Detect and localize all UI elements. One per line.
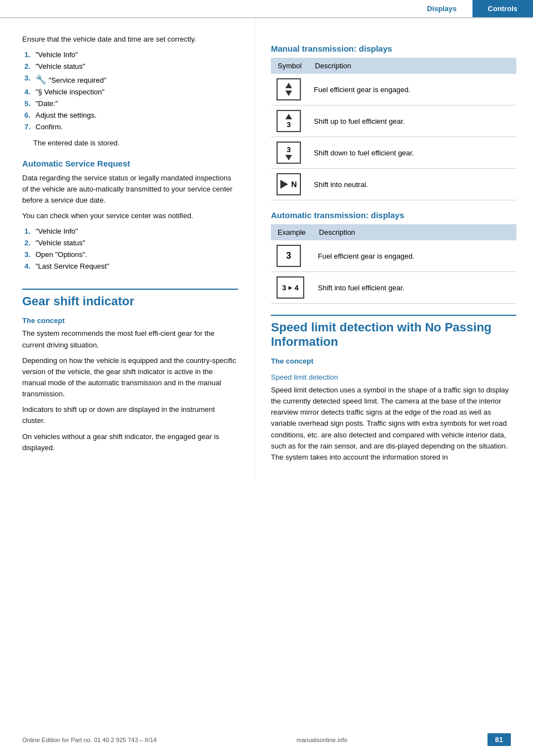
gear-number-to: 4 <box>294 284 298 292</box>
neutral-n-label: N <box>291 180 296 189</box>
list-item: 3. 🔧 "Service required" <box>24 73 238 87</box>
desc-cell: Fuel efficient gear is engaged. <box>313 240 516 272</box>
list-num: 6. <box>24 110 32 122</box>
table-row: Fuel efficient gear is engaged. <box>271 74 516 105</box>
auto-service-p1: Data regarding the service status or leg… <box>22 173 238 206</box>
list-item: 4. "§ Vehicle inspection" <box>24 87 238 98</box>
speed-p1: Speed limit detection uses a symbol in t… <box>271 385 516 463</box>
gear-shift-title: Gear shift indicator <box>22 289 238 309</box>
symbol-cell: N <box>271 169 308 200</box>
col-desc: Description <box>313 224 516 240</box>
play-icon <box>280 180 288 189</box>
table-row: N Shift into neutral. <box>271 169 516 200</box>
list-text: "Vehicle status" <box>36 238 85 249</box>
confirm-note: The entered date is stored. <box>33 138 238 149</box>
list-text: Open "Options". <box>36 249 87 261</box>
desc-cell: Shift down to fuel efficient gear. <box>308 137 516 169</box>
speed-sub-title: Speed limit detection <box>271 373 516 381</box>
arrow-down-icon <box>285 90 292 96</box>
list-num: 3. <box>24 73 32 87</box>
table-row: 3 Shift up to fuel efficient gear. <box>271 105 516 137</box>
list-item: 6. Adjust the settings. <box>24 110 238 122</box>
list-item: 7. Confirm. <box>24 122 238 133</box>
right-column: Manual transmission: displays Symbol Des… <box>255 18 533 478</box>
list-num: 3. <box>24 249 32 261</box>
list-item: 1. "Vehicle Info" <box>24 226 238 238</box>
desc-cell: Shift into neutral. <box>308 169 516 200</box>
list-num: 4. <box>24 261 32 273</box>
auto-trans-title: Automatic transmission: displays <box>271 210 516 220</box>
gear-p2: Depending on how the vehicle is equipped… <box>22 355 238 400</box>
col-example: Example <box>271 224 313 240</box>
footer-left: Online Edition for Part no. 01 40 2 925 … <box>22 737 157 743</box>
gear-number-from: 3 <box>282 284 286 292</box>
list-item: 2. "Vehicle status" <box>24 238 238 249</box>
symbol-cell: 3 ► 4 <box>271 272 313 304</box>
list-num: 2. <box>24 238 32 249</box>
table-row: 3 Fuel efficient gear is engaged. <box>271 240 516 272</box>
service-icon: 🔧 <box>36 73 47 87</box>
list-text: "Vehicle Info" <box>36 226 78 238</box>
symbol-cell: 3 <box>271 105 308 137</box>
list-text: "Vehicle status" <box>36 61 85 73</box>
page-number: 81 <box>487 733 511 746</box>
list-text: "Date:" <box>36 98 58 110</box>
arrow-up-icon <box>285 114 292 119</box>
desc-cell: Fuel efficient gear is engaged. <box>308 74 516 105</box>
gear-number: 3 <box>286 120 290 129</box>
arrow-down-icon <box>285 155 292 160</box>
col-desc: Description <box>308 58 516 74</box>
list-num: 2. <box>24 61 32 73</box>
gear-p1: The system recommends the most fuel effi… <box>22 328 238 350</box>
gear-p3: Indicators to shift up or down are displ… <box>22 404 238 426</box>
speed-limit-title: Speed limit detection with No Passing In… <box>271 315 516 349</box>
list-text: "Last Service Request" <box>36 261 109 273</box>
desc-cell: Shift up to fuel efficient gear. <box>308 105 516 137</box>
top-navigation: Displays Controls <box>0 0 533 18</box>
manual-table: Symbol Description Fuel efficient gear i… <box>271 58 516 200</box>
gear-p4: On vehicles without a gear shift indicat… <box>22 431 238 453</box>
speed-concept-title: The concept <box>271 357 516 365</box>
list-item: 3. Open "Options". <box>24 249 238 261</box>
list-num: 1. <box>24 49 32 61</box>
col-symbol: Symbol <box>271 58 308 74</box>
list-text: "Vehicle Info" <box>36 49 78 61</box>
desc-cell: Shift into fuel efficient gear. <box>313 272 516 304</box>
arrow-up-icon <box>285 83 292 88</box>
list-text: 🔧 "Service required" <box>36 73 107 87</box>
list-item: 5. "Date:" <box>24 98 238 110</box>
list-item: 1. "Vehicle Info" <box>24 49 238 61</box>
steps-list-2: 1. "Vehicle Info" 2. "Vehicle status" 3.… <box>24 226 238 272</box>
tab-controls[interactable]: Controls <box>472 0 533 17</box>
left-column: Ensure that the vehicle date and time ar… <box>0 18 255 478</box>
arrow-right-icon: ► <box>288 284 294 291</box>
list-item: 2. "Vehicle status" <box>24 61 238 73</box>
list-text: Confirm. <box>36 122 63 133</box>
gear-number: 3 <box>286 145 290 154</box>
table-row: 3 Shift down to fuel efficient gear. <box>271 137 516 169</box>
page-footer: Online Edition for Part no. 01 40 2 925 … <box>0 733 533 746</box>
list-item: 4. "Last Service Request" <box>24 261 238 273</box>
list-num: 7. <box>24 122 32 133</box>
list-num: 1. <box>24 226 32 238</box>
footer-right: manualsonline.info <box>296 737 348 743</box>
symbol-cell: 3 <box>271 240 313 272</box>
manual-trans-title: Manual transmission: displays <box>271 44 516 53</box>
auto-table: Example Description 3 Fuel efficient gea… <box>271 224 516 304</box>
main-content: Ensure that the vehicle date and time ar… <box>0 18 533 478</box>
symbol-cell <box>271 74 308 105</box>
symbol-cell: 3 <box>271 137 308 169</box>
auto-service-title: Automatic Service Request <box>22 159 238 168</box>
intro-text: Ensure that the vehicle date and time ar… <box>22 34 238 45</box>
tab-displays[interactable]: Displays <box>411 0 472 17</box>
steps-list-1: 1. "Vehicle Info" 2. "Vehicle status" 3.… <box>24 49 238 133</box>
list-text: Adjust the settings. <box>36 110 97 122</box>
list-text: "§ Vehicle inspection" <box>36 87 104 98</box>
gear-concept-title: The concept <box>22 316 238 325</box>
table-row: 3 ► 4 Shift into fuel efficient gear. <box>271 272 516 304</box>
gear-number: 3 <box>286 251 291 261</box>
auto-service-p2: You can check when your service center w… <box>22 210 238 221</box>
list-num: 4. <box>24 87 32 98</box>
list-num: 5. <box>24 98 32 110</box>
